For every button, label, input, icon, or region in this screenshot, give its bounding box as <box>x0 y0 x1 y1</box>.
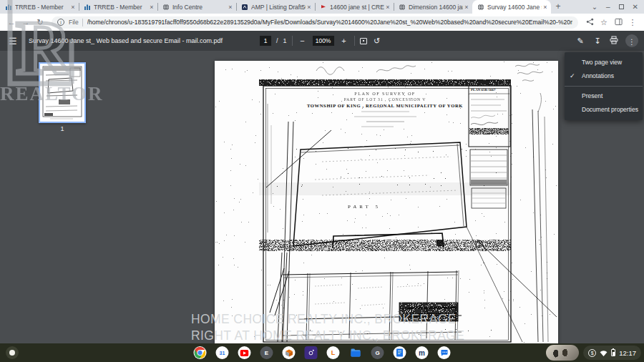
menu-item-present[interactable]: Present <box>565 89 643 103</box>
close-icon[interactable]: × <box>69 4 77 11</box>
wifi-icon <box>600 350 608 356</box>
survey-drawing: PLAN OF SURVEY OF PART OF LOT 31 , CONCE… <box>215 61 558 343</box>
new-tab-button[interactable]: + <box>551 0 565 14</box>
zoom-level[interactable]: 100% <box>313 36 334 46</box>
close-icon[interactable]: × <box>463 4 470 11</box>
tab-amp-listing[interactable]: AMP | Listing Draft50 × <box>236 0 315 14</box>
amp-icon <box>241 4 248 11</box>
print-icon[interactable] <box>610 34 618 47</box>
rotate-icon[interactable]: ↺ <box>372 36 382 46</box>
close-icon[interactable]: × <box>542 4 549 11</box>
tab-label: AMP | Listing Draft50 <box>251 4 306 11</box>
forward-button[interactable]: → <box>19 18 33 26</box>
back-button[interactable]: ← <box>4 18 19 26</box>
trreb-icon <box>5 4 12 11</box>
url-scheme-chip: File <box>69 19 79 26</box>
address-bar[interactable]: i File /home/chronos/u-183519791facff0ff… <box>52 16 578 29</box>
pdf-more-menu: Two page view ✓ Annotations Present Docu… <box>565 52 643 120</box>
mail-app-icon[interactable]: m <box>416 346 429 359</box>
pdf-more-menu-button[interactable]: ⋮ <box>625 34 638 47</box>
minimize-button[interactable]: – <box>606 4 610 11</box>
survey-title-line1: PLAN OF SURVEY OF <box>354 91 416 96</box>
close-icon[interactable]: × <box>384 4 391 11</box>
photos-app-icon[interactable] <box>305 346 318 359</box>
chromeos-screen: TRREB - Member × TRREB - Member × Info C… <box>0 0 644 362</box>
document-app-icon[interactable] <box>394 346 406 359</box>
user-avatar[interactable] <box>546 345 579 361</box>
side-panel-icon[interactable] <box>611 18 625 27</box>
divider <box>354 36 355 46</box>
menu-item-annotations[interactable]: ✓ Annotations <box>565 69 643 83</box>
tab-info-centre[interactable]: Info Centre × <box>157 0 236 14</box>
download-icon[interactable]: ↧ <box>592 36 602 46</box>
chat-app-icon[interactable] <box>438 346 451 359</box>
chromeos-shelf: 31 E L G <box>0 343 644 362</box>
pdf-page[interactable]: PLAN OF SURVEY OF PART OF LOT 31 , CONCE… <box>215 61 558 343</box>
url-divider <box>82 19 83 26</box>
menu-item-label: Annotations <box>582 72 614 79</box>
zoom-out-button[interactable]: − <box>298 36 308 45</box>
annotate-pencil-icon[interactable]: ✎ <box>575 36 585 46</box>
page-thumbnail[interactable] <box>39 62 86 123</box>
globe-icon <box>162 4 170 11</box>
menu-item-label: Present <box>582 92 602 99</box>
tab-crea[interactable]: 14600 jane st | CREA W × <box>315 0 394 14</box>
youtube-icon[interactable] <box>238 346 251 359</box>
tab-survey-active[interactable]: Survay 14600 Jane st_ × <box>472 0 551 14</box>
menu-item-document-properties[interactable]: Document properties <box>565 103 643 117</box>
chevron-down-icon[interactable]: ⌄ <box>592 4 597 11</box>
close-icon[interactable]: × <box>227 4 234 11</box>
menu-item-label: Two page view <box>582 59 622 66</box>
hamburger-menu-icon[interactable]: ☰ <box>9 36 21 47</box>
close-icon[interactable]: × <box>306 4 313 11</box>
files-app-icon[interactable] <box>349 346 362 359</box>
status-area[interactable]: $ 12:17 <box>546 345 641 361</box>
pdf-title: Survay 14600 Jane st_ Web based and secu… <box>29 37 223 44</box>
g-app-letter: G <box>375 350 379 356</box>
close-window-button[interactable]: ✕ <box>633 4 638 11</box>
page-number-input[interactable]: 1 <box>260 36 271 46</box>
bookmark-star-icon[interactable]: ☆ <box>597 18 611 27</box>
calendar-icon[interactable]: 31 <box>216 346 229 359</box>
l-app-icon[interactable]: L <box>327 346 340 359</box>
pdf-viewer-area: 1 <box>0 51 644 343</box>
share-icon[interactable] <box>582 18 597 27</box>
thumbnail-preview <box>40 64 84 122</box>
info-icon[interactable]: i <box>57 19 64 26</box>
restore-button[interactable] <box>619 4 624 9</box>
clock: 12:17 <box>619 349 636 357</box>
browser-menu-icon[interactable]: ⋮ <box>625 18 640 27</box>
survey-title-line3: TOWNSHIP OF KING , REGIONAL MUNICIPALITY… <box>307 103 463 108</box>
browser-toolbar: ← → ↻ i File /home/chronos/u-183519791fa… <box>0 14 644 31</box>
fit-to-page-icon[interactable] <box>360 38 367 44</box>
page-divider: / <box>276 37 278 44</box>
zoom-in-button[interactable]: + <box>339 36 349 45</box>
pdf-action-icons: ✎ ↧ ⋮ <box>575 31 638 51</box>
thumbnail-page-number: 1 <box>39 125 86 132</box>
tab-trreb-2[interactable]: TRREB - Member × <box>79 0 157 14</box>
system-tray[interactable]: $ 12:17 <box>583 346 641 360</box>
crea-icon <box>320 4 327 11</box>
mail-app-letter: m <box>419 349 425 357</box>
url-text: /home/chronos/u-183519791facff0ff9550d68… <box>87 19 572 26</box>
google-app-icon[interactable]: G <box>371 346 384 359</box>
check-icon: ✓ <box>570 69 575 83</box>
shelf-apps: 31 E L G <box>194 346 451 359</box>
launcher-button[interactable] <box>6 346 19 359</box>
tab-dimension[interactable]: Dimension 14600 jane × <box>394 0 472 14</box>
menu-separator <box>565 86 643 87</box>
divider <box>292 36 293 46</box>
tab-label: TRREB - Member <box>94 4 148 11</box>
tab-label: Info Centre <box>172 4 227 11</box>
menu-item-two-page-view[interactable]: Two page view <box>565 56 643 69</box>
trreb-icon <box>84 4 91 11</box>
e-app-icon[interactable]: E <box>260 346 273 359</box>
close-icon[interactable]: × <box>148 4 155 11</box>
part-label: PART 5 <box>348 204 381 210</box>
globe-icon <box>399 4 406 11</box>
window-controls: ⌄ – ✕ <box>592 0 644 14</box>
chrome-icon[interactable] <box>194 346 207 359</box>
tab-trreb-1[interactable]: TRREB - Member × <box>0 0 79 14</box>
reload-button[interactable]: ↻ <box>33 18 47 27</box>
package-app-icon[interactable] <box>283 346 296 359</box>
